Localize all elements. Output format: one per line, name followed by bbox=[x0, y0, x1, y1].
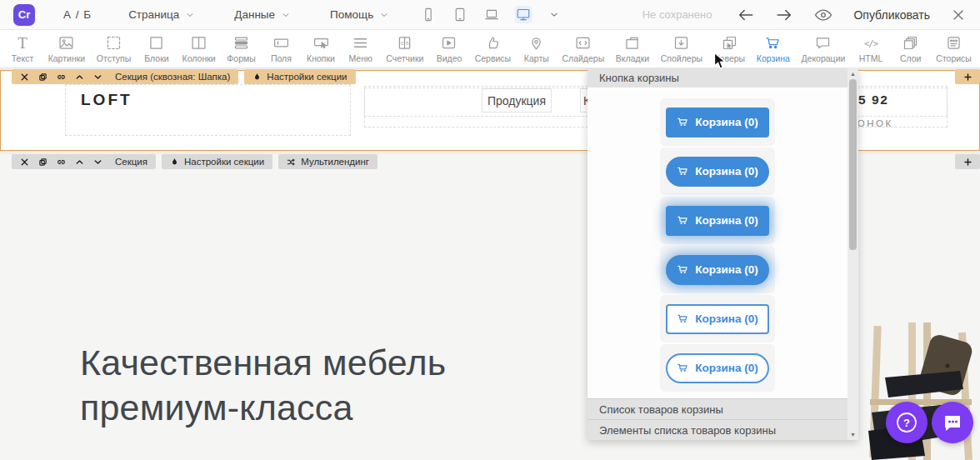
section-title-chip[interactable]: Секция bbox=[12, 154, 156, 169]
svg-text:?: ? bbox=[903, 417, 910, 429]
panel-scrollbar[interactable]: ▲ ▼ bbox=[848, 68, 858, 440]
buttons-icon bbox=[312, 34, 330, 52]
toolbar-item-stories[interactable]: Сторисы bbox=[936, 34, 972, 63]
hero-section-labels: Секция Настройки секцииМультилендинг bbox=[12, 154, 378, 169]
panel-footer-item[interactable]: Элементы списка товаров корзины bbox=[588, 419, 848, 440]
chip-settings[interactable]: Настройки секции bbox=[162, 154, 272, 169]
device-switcher bbox=[420, 6, 561, 23]
scroll-up-icon[interactable]: ▲ bbox=[848, 68, 858, 78]
chevron-down-tool-icon[interactable] bbox=[93, 158, 102, 167]
app-logo[interactable]: Cr bbox=[13, 4, 35, 26]
duplicate-icon[interactable] bbox=[38, 72, 48, 82]
close-icon[interactable] bbox=[20, 72, 29, 82]
chip-settings[interactable]: Настройки секции bbox=[244, 69, 355, 84]
toolbar-item-decorations[interactable]: Декорации bbox=[801, 34, 845, 63]
topbar-right: Не сохранено Опубликовать bbox=[642, 5, 967, 25]
chevron-up-icon[interactable] bbox=[75, 158, 84, 167]
toolbar-item-sliders[interactable]: Слайдеры bbox=[562, 34, 604, 63]
toolbar-item-html[interactable]: </> HTML bbox=[857, 34, 885, 63]
site-menu-item[interactable]: Продукция bbox=[482, 88, 552, 112]
toolbar-item-hovers[interactable]: Ховеры bbox=[714, 34, 745, 63]
menu-help[interactable]: Помощь bbox=[330, 8, 390, 21]
toolbar-item-cart[interactable]: Корзина bbox=[757, 34, 790, 63]
help-fab[interactable]: ? bbox=[886, 402, 928, 443]
toolbar-item-tabs[interactable]: Вкладки bbox=[616, 34, 649, 63]
cart-button-variant-2[interactable]: Корзина (0) bbox=[666, 157, 769, 187]
panel-body: Корзина (0) Корзина (0) Корзина (0) Корз… bbox=[588, 88, 848, 398]
cart-button-variant-6[interactable]: Корзина (0) bbox=[666, 353, 769, 383]
toolbar-item-buttons[interactable]: Кнопки bbox=[307, 34, 335, 63]
toolbar-item-images[interactable]: Картинки bbox=[48, 34, 86, 63]
section-title-chip[interactable]: Секция (сквозная: Шапка) bbox=[12, 69, 238, 84]
close-icon[interactable] bbox=[20, 158, 29, 167]
hero-heading[interactable]: Качественная мебель премиум-класса bbox=[80, 340, 446, 430]
toolbar-item-counters[interactable]: 05 Счетчики bbox=[386, 34, 423, 63]
site-logo-text[interactable]: LOFT bbox=[81, 91, 132, 109]
cart-icon bbox=[677, 362, 689, 374]
cart-button-variant-1[interactable]: Корзина (0) bbox=[666, 108, 769, 138]
section-title: Секция (сквозная: Шапка) bbox=[115, 72, 230, 82]
chevron-up-icon[interactable] bbox=[75, 72, 84, 82]
toolbar-item-columns[interactable]: Колонки bbox=[182, 34, 216, 63]
toolbar-item-layers[interactable]: Слои bbox=[897, 34, 925, 63]
undo-icon[interactable] bbox=[737, 6, 755, 24]
panel-header-cart-button[interactable]: Кнопка корзины bbox=[588, 68, 848, 88]
menu-data[interactable]: Данные bbox=[234, 8, 292, 21]
toolbar-item-services[interactable]: Сервисы bbox=[475, 34, 512, 63]
close-icon[interactable] bbox=[950, 7, 967, 23]
toolbar-item-menu[interactable]: Меню bbox=[347, 34, 375, 63]
chip-multilanding[interactable]: Мультилендинг bbox=[278, 154, 378, 169]
question-icon: ? bbox=[894, 410, 919, 435]
toolbar-item-forms[interactable]: Формы bbox=[227, 34, 255, 63]
toolbar-item-video[interactable]: Видео bbox=[435, 34, 463, 63]
device-phone-icon[interactable] bbox=[420, 6, 438, 23]
toolbar-item-maps[interactable]: Карты bbox=[522, 34, 551, 63]
columns-icon bbox=[190, 34, 208, 52]
chevron-down-tool-icon[interactable] bbox=[93, 72, 102, 82]
device-tablet-icon[interactable] bbox=[452, 6, 469, 23]
sec1-chips: Настройки секции bbox=[244, 69, 355, 84]
stories-icon bbox=[945, 34, 962, 52]
counters-icon: 05 bbox=[396, 34, 413, 52]
toolbar-item-spacing[interactable]: Отступы bbox=[97, 34, 132, 63]
panel-footer: Список товаров корзиныЭлементы списка то… bbox=[588, 398, 848, 440]
cart-icon bbox=[677, 214, 689, 227]
cart-button-variant-5[interactable]: Корзина (0) bbox=[666, 304, 769, 334]
tabs-icon bbox=[623, 34, 641, 52]
cart-variant-card: Корзина (0) bbox=[660, 98, 775, 146]
services-icon bbox=[484, 34, 502, 52]
hovers-icon bbox=[721, 34, 738, 52]
chat-fab[interactable] bbox=[932, 402, 973, 443]
publish-button[interactable]: Опубликовать bbox=[853, 8, 930, 22]
cart-button-variant-4[interactable]: Корзина (0) bbox=[666, 255, 769, 285]
toolbar-item-text[interactable]: T Текст bbox=[8, 34, 37, 63]
menu-page[interactable]: Страница bbox=[128, 8, 196, 21]
device-laptop-icon[interactable] bbox=[483, 6, 501, 23]
sliders-icon bbox=[574, 34, 592, 52]
device-desktop-icon[interactable] bbox=[515, 6, 532, 23]
droplet-icon bbox=[170, 158, 179, 167]
toolbar-item-spoilers[interactable]: Спойлеры bbox=[661, 34, 702, 63]
images-icon bbox=[58, 34, 75, 52]
add-section-tab[interactable] bbox=[955, 154, 980, 169]
link-icon[interactable] bbox=[57, 72, 66, 82]
preview-eye-icon[interactable] bbox=[813, 5, 833, 25]
toolbar-item-fields[interactable]: Поля bbox=[267, 34, 295, 63]
scroll-down-icon[interactable]: ▼ bbox=[848, 429, 858, 439]
plus-icon bbox=[963, 72, 972, 82]
link-icon[interactable] bbox=[57, 158, 66, 167]
cart-button-variant-3[interactable]: Корзина (0) bbox=[666, 206, 769, 236]
toolbar-item-blocks[interactable]: Блоки bbox=[142, 34, 171, 63]
panel-footer-item[interactable]: Список товаров корзины bbox=[588, 398, 848, 419]
chevron-down-icon bbox=[280, 9, 292, 21]
cart-icon bbox=[677, 312, 689, 325]
add-section-tab[interactable] bbox=[955, 69, 980, 84]
blocks-icon bbox=[148, 34, 165, 52]
html-icon: </> bbox=[862, 34, 880, 52]
duplicate-icon[interactable] bbox=[38, 158, 48, 167]
redo-icon[interactable] bbox=[775, 6, 793, 24]
droplet-icon bbox=[252, 72, 262, 82]
ab-test-button[interactable]: А / Б bbox=[63, 8, 92, 21]
chevron-down-icon[interactable] bbox=[548, 8, 561, 21]
scrollbar-thumb[interactable] bbox=[849, 79, 857, 250]
